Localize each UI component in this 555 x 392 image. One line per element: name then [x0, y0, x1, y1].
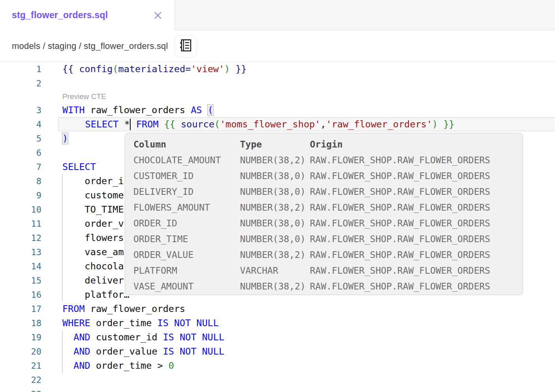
line-number: 20: [0, 347, 58, 357]
code-text: AND order_time > 0: [62, 360, 174, 371]
line-number: 1: [0, 64, 58, 74]
line-number: 9: [0, 190, 58, 200]
code-token: order_value: [90, 346, 163, 357]
code-token: [202, 105, 208, 116]
code-token: order_time: [90, 317, 158, 329]
code-token: ,: [321, 119, 326, 130]
popup-origin-cell: RAW.FLOWER_SHOP.RAW_FLOWER_ORDERS: [310, 152, 523, 168]
code-token: [163, 360, 169, 371]
line-number: 7: [0, 162, 58, 172]
code-token: AND: [73, 346, 90, 357]
code-token: ): [224, 63, 230, 75]
code-token: (: [214, 119, 220, 130]
line-number: 3: [0, 105, 58, 115]
code-token: 'raw_flower_orders': [326, 119, 432, 130]
code-token: source: [181, 119, 214, 130]
popup-type-cell: NUMBER(38,0): [240, 215, 310, 231]
code-line[interactable]: 3WITH raw_flower_orders AS (: [0, 103, 555, 117]
code-text: {{ config(materialized='view') }}: [62, 63, 247, 75]
code-text: AND customer_id IS NOT NULL: [62, 332, 224, 343]
code-text: custome: [62, 190, 124, 201]
line-number: 8: [0, 176, 58, 186]
code-token: FROM: [62, 303, 85, 314]
line-number: 12: [0, 233, 58, 243]
code-token: IS NOT NULL: [158, 317, 219, 329]
popup-type-cell: NUMBER(38,2): [240, 200, 310, 215]
line-number: 4: [0, 119, 58, 129]
code-line[interactable]: 4 SELECT * FROM {{ source('moms_flower_s…: [0, 117, 555, 131]
code-line[interactable]: 1{{ config(materialized='view') }}: [0, 62, 555, 76]
code-token: AND: [73, 360, 90, 371]
code-token: chocola: [62, 261, 124, 272]
popup-type-cell: VARCHAR: [240, 263, 310, 278]
tab-bar: stg_flower_orders.sql: [0, 0, 555, 30]
popup-type-cell: NUMBER(38,0): [240, 168, 310, 184]
code-token: }}: [438, 119, 454, 130]
tab-title: stg_flower_orders.sql: [12, 10, 108, 21]
code-token: vase_am: [62, 246, 124, 258]
code-text: flowers: [62, 232, 124, 243]
line-number: 22: [0, 375, 58, 385]
popup-header-cell: Column: [133, 136, 240, 152]
line-number: 13: [0, 247, 58, 257]
popup-origin-cell: RAW.FLOWER_SHOP.RAW_FLOWER_ORDERS: [310, 215, 523, 231]
code-text: ): [62, 133, 68, 144]
code-token: WHERE: [62, 317, 90, 329]
code-text: TO_TIME: [62, 204, 124, 215]
popup-origin-cell: RAW.FLOWER_SHOP.RAW_FLOWER_ORDERS: [310, 247, 523, 263]
code-token: custome: [62, 190, 124, 201]
code-text: WHERE order_time IS NOT NULL: [62, 317, 219, 329]
code-line[interactable]: 22: [0, 373, 555, 387]
code-line[interactable]: 21 AND order_time > 0: [0, 358, 555, 373]
popup-origin-cell: RAW.FLOWER_SHOP.RAW_FLOWER_ORDERS: [310, 184, 523, 200]
code-token: (: [208, 105, 213, 116]
code-token: AS: [191, 105, 202, 116]
code-line[interactable]: 2: [0, 76, 555, 90]
popup-column-cell: PLATFORM: [133, 263, 240, 278]
code-token: customer_id: [90, 332, 163, 343]
code-token: FROM: [136, 119, 159, 130]
code-token: [62, 360, 73, 371]
column-info-popup: ColumnTypeOriginCHOCOLATE_AMOUNTNUMBER(3…: [125, 133, 523, 295]
code-token: platfor…: [62, 289, 129, 300]
code-token: raw_flower_orders: [85, 105, 191, 116]
file-outline-button[interactable]: [174, 35, 197, 57]
code-line[interactable]: 20 AND order_value IS NOT NULL: [0, 344, 555, 358]
close-icon[interactable]: [152, 9, 164, 21]
code-token: >: [158, 360, 163, 371]
popup-header-cell: Type: [240, 136, 310, 152]
tab-stg-flower-orders[interactable]: stg_flower_orders.sql: [0, 0, 175, 30]
preview-cte-lens[interactable]: Preview CTE: [62, 92, 106, 101]
line-number: 15: [0, 276, 58, 286]
line-number: 17: [0, 304, 58, 314]
code-text: order_i: [62, 175, 124, 187]
code-line[interactable]: 18WHERE order_time IS NOT NULL: [0, 316, 555, 330]
popup-origin-cell: RAW.FLOWER_SHOP.RAW_FLOWER_ORDERS: [310, 263, 523, 278]
line-number: 23: [0, 389, 58, 392]
ide-window: stg_flower_orders.sql models / staging /…: [0, 0, 555, 392]
code-line[interactable]: 19 AND customer_id IS NOT NULL: [0, 330, 555, 344]
code-token: flowers: [62, 232, 124, 243]
code-token: WITH: [62, 105, 85, 116]
code-token: IS NOT NULL: [163, 346, 225, 357]
code-line[interactable]: 23: [0, 387, 555, 392]
code-token: [62, 332, 73, 343]
code-token: ): [432, 119, 438, 130]
code-token: TO_TIME: [62, 204, 124, 215]
indent-guide: [62, 174, 63, 301]
code-token: 'view': [191, 63, 224, 75]
line-number: 14: [0, 261, 58, 271]
popup-type-cell: NUMBER(38,0): [240, 231, 310, 247]
journal-icon: [178, 39, 193, 54]
code-token: *: [118, 119, 129, 130]
code-text: order_v: [62, 218, 124, 229]
popup-table: ColumnTypeOriginCHOCOLATE_AMOUNTNUMBER(3…: [133, 136, 523, 294]
code-text: FROM raw_flower_orders: [62, 303, 185, 314]
popup-column-cell: CHOCOLATE_AMOUNT: [133, 152, 240, 168]
code-line[interactable]: 17FROM raw_flower_orders: [0, 302, 555, 316]
tab-strip-empty-area: [175, 0, 555, 30]
line-number: 10: [0, 205, 58, 215]
code-token: [131, 119, 136, 130]
code-editor[interactable]: 1{{ config(materialized='view') }}2Previ…: [0, 62, 555, 392]
line-number: 5: [0, 134, 58, 144]
